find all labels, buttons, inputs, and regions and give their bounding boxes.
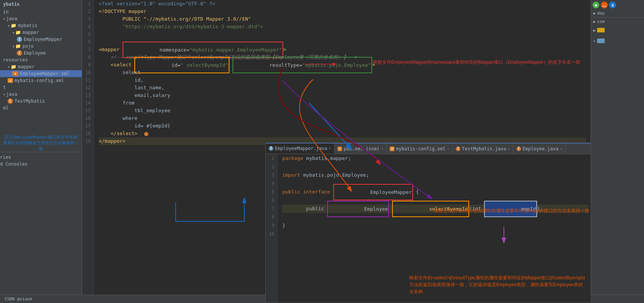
sidebar-annotation: 定义EmployeeMapper接口的文件名称要和它对应的映射文件的文件名称保持… — [3, 134, 79, 152]
tab-mybatis-config[interactable]: ⚙ mybatis-config.xml ✕ — [387, 143, 453, 154]
employee-type-box: Employee — [327, 201, 389, 217]
interface-icon: I — [17, 37, 22, 42]
expand-arrow: ▾ — [3, 92, 5, 97]
java-line-4 — [282, 179, 589, 188]
java-line-2 — [282, 163, 589, 171]
java-annotation-resulttype: 映射文件的<select>的resultType属性的属性值要和对应的Mappe… — [406, 274, 589, 295]
divider — [591, 17, 644, 18]
tab-close-btn[interactable]: ✕ — [560, 147, 562, 151]
sidebar-item-employeemapper-xml[interactable]: x EmployeeMapper.xml — [0, 70, 82, 77]
right-icon-badge2 — [597, 39, 605, 43]
tab-close-btn[interactable]: ✕ — [381, 147, 383, 151]
java-line-10 — [282, 230, 589, 238]
xml-icon: x — [12, 71, 18, 76]
sidebar-item-consoles[interactable]: d Consoles — [0, 161, 82, 168]
breakpoint-dot: ● — [144, 130, 148, 137]
sidebar-tree: in ▾ java ▾ 📁 mybatis ▾ 📁 mapper I Emplo… — [0, 8, 82, 303]
tab-close-btn[interactable]: ✕ — [447, 147, 449, 151]
xml-line-14: from — [98, 99, 586, 107]
sidebar-item-in[interactable]: in — [0, 8, 82, 15]
xml-line-7: <mapper namespace="mybatis.mapper.Employ… — [98, 46, 586, 53]
java-line-9: } — [282, 221, 589, 230]
tab-close-btn[interactable]: ✕ — [329, 146, 331, 150]
tab-class-icon: C — [516, 147, 521, 151]
java-line-5: public interface EmployeeMapper { — [282, 188, 589, 196]
right-item-label: ssm — [597, 19, 605, 24]
xml-line-15: tbl_employee — [98, 107, 586, 114]
right-panel: ● 🦊 e ▶ day ▶ ssm ▶ ▾ — [591, 0, 644, 303]
folder-icon: 📁 — [11, 64, 16, 69]
xml-line-9: <select id=" selectByempId" resultType="… — [98, 61, 586, 69]
class-icon: C — [8, 98, 13, 104]
main-area: 12345 678910 1112131415 16171819 <?xml v… — [82, 0, 591, 303]
sidebar-item-employee-class[interactable]: C Employee — [0, 50, 82, 56]
sidebar-item-ries[interactable]: ries — [0, 154, 82, 161]
xml-line-1: <?xml version="1.0" encoding="UTF-8" ?> — [98, 0, 586, 8]
xml-line-18: </select> ● — [98, 130, 586, 137]
sidebar-item-ml[interactable]: ml — [0, 105, 82, 111]
tab-close-btn[interactable]: ✕ — [508, 147, 510, 151]
right-icon-badge — [597, 28, 605, 32]
tab-pom-xml[interactable]: x pom.xml (ssm) ✕ — [334, 143, 387, 154]
sidebar-item-java2[interactable]: ▾ java — [0, 91, 82, 98]
xml-line-12: last_name, — [98, 84, 586, 92]
xml-line-11: id, — [98, 76, 586, 84]
right-item-day[interactable]: ▶ day — [591, 10, 644, 16]
right-item-ssm[interactable]: ▶ ssm — [591, 18, 644, 25]
expand-arrow: ▾ — [8, 24, 10, 28]
id-attr-box: id=" selectByempId" — [134, 57, 229, 73]
right-panel-item-3[interactable]: ▶ — [591, 26, 644, 34]
expand-arrow: ▾ — [12, 44, 15, 48]
right-panel-item-4[interactable]: ▾ — [591, 37, 644, 45]
tab-config-icon: ⚙ — [390, 147, 394, 151]
class-icon: C — [17, 50, 22, 56]
sidebar-item-resources[interactable]: resources — [0, 56, 82, 63]
folder-icon: 📁 — [15, 30, 21, 35]
sidebar-item-mybatis-config[interactable]: ⚙ mybatis-config.xml — [0, 77, 82, 84]
sidebar-item-java-root[interactable]: ▾ java — [0, 15, 82, 22]
sidebar-item-mybatis[interactable]: ▾ 📁 mybatis — [0, 22, 82, 29]
tab-label: TestMybatis.java — [462, 146, 506, 152]
xml-line-3: PUBLIC "-//mybatis.org//DTD Mapper 3.0//… — [98, 15, 586, 23]
xml-line-16: where — [98, 114, 586, 122]
interface-name-box: EmployeeMapper — [333, 184, 413, 200]
tab-class-icon: C — [456, 147, 460, 151]
sidebar-item-mapper-folder[interactable]: ▾ 📁 mapper — [0, 29, 82, 36]
resulttype-box: resultType="mybatis.pojo.Employee" — [232, 57, 372, 73]
browser-icons-bar: ● 🦊 e — [591, 0, 644, 10]
right-item-label: day — [597, 11, 605, 16]
java-line-1: package mybatis.mapper; — [282, 154, 589, 163]
expand-arrow: ▾ — [8, 65, 10, 69]
java-line-numbers: 12345 678910 — [266, 154, 278, 303]
bottom-bar-text: CSDN @siaok — [5, 297, 32, 301]
expand-arrow: ▾ — [3, 17, 5, 21]
ie-icon[interactable]: e — [609, 2, 616, 8]
java-panel: I EmployeeMapper.java ✕ x pom.xml (ssm) … — [265, 143, 591, 303]
xml-line-17: id= #{empId} — [98, 122, 586, 130]
sidebar-item-t[interactable]: t — [0, 84, 82, 91]
tab-employee-java[interactable]: C Employee.java ✕ — [513, 143, 566, 154]
right-arrow-icon: ▶ — [593, 19, 596, 24]
tab-employeemapper-java[interactable]: I EmployeeMapper.java ✕ — [266, 143, 334, 154]
folder-icon: 📁 — [11, 23, 16, 28]
tab-xml-icon: x — [337, 147, 342, 151]
sidebar-item-employeemapper-interface[interactable]: I EmployeeMapper — [0, 36, 82, 43]
sidebar: ybatis in ▾ java ▾ 📁 mybatis ▾ 📁 mapper … — [0, 0, 82, 303]
folder-icon: 📁 — [15, 44, 21, 49]
tab-bar: I EmployeeMapper.java ✕ x pom.xml (ssm) … — [266, 143, 591, 154]
tab-label: EmployeeMapper.java — [275, 146, 327, 151]
sidebar-item-resources-mapper[interactable]: ▾ 📁 mapper — [0, 63, 82, 70]
config-icon: ⚙ — [8, 78, 13, 83]
sidebar-item-testmybatis[interactable]: C TestMybatis — [0, 98, 82, 105]
java-line-3: import mybatis.pojo.Employee; — [282, 171, 589, 179]
java-annotation-selectid: 映射文件的<select>的id属性的属性值要和对应Mapper接口的方法名保持… — [434, 208, 589, 214]
tab-label: Employee.java — [523, 146, 558, 152]
sidebar-item-pojo-folder[interactable]: ▾ 📁 pojo — [0, 43, 82, 50]
tab-interface-icon: I — [269, 146, 273, 151]
sidebar-bottom: ries d Consoles — [0, 152, 82, 169]
xml-line-2: <!DOCTYPE mapper — [98, 8, 586, 15]
firefox-icon[interactable]: 🦊 — [601, 2, 608, 8]
tab-testmybatis[interactable]: C TestMybatis.java ✕ — [453, 143, 513, 154]
xml-line-13: email,salary — [98, 92, 586, 99]
chrome-icon[interactable]: ● — [592, 2, 599, 8]
